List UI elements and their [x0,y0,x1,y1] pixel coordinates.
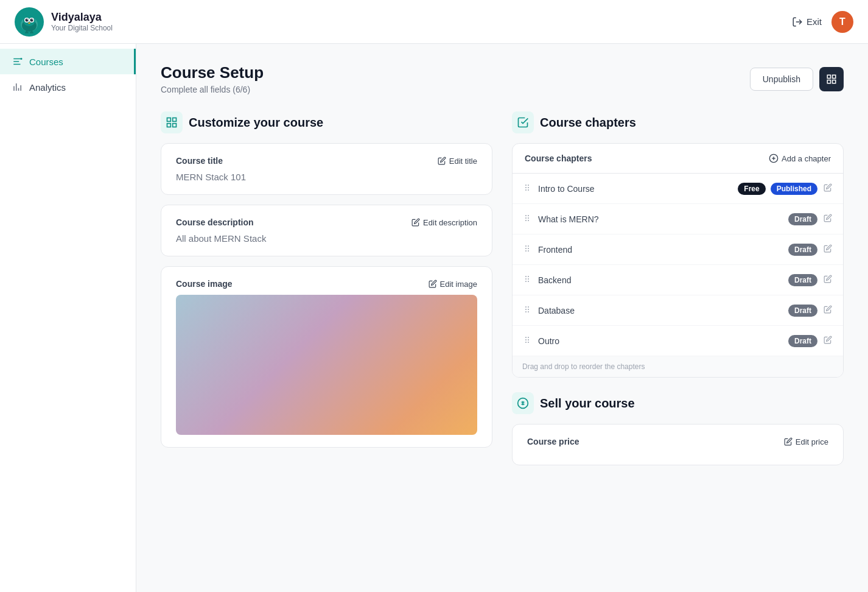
avatar[interactable]: T [831,11,853,33]
logo-area: Vidyalaya Your Digital School [15,7,113,37]
chapter-badge-status-2: Draft [788,244,817,256]
sidebar-item-courses[interactable]: Courses [0,49,136,74]
page-header-row: Course Setup Complete all fields (6/6) U… [161,63,844,94]
edit-chapter-icon-3 [824,275,832,283]
chapter-left-5: Outro [522,335,559,347]
options-button[interactable] [819,67,844,91]
edit-description-label: Edit description [423,218,477,227]
customize-icon [161,111,183,133]
svg-point-70 [528,337,529,338]
course-title-card-header: Course title Edit title [176,156,477,166]
chapter-row-1: What is MERN? Draft [513,204,843,234]
add-chapter-icon [769,153,779,163]
chapters-icon [512,111,534,133]
svg-point-43 [525,189,527,191]
drag-dots-icon-5 [522,335,532,345]
exit-button[interactable]: Exit [792,16,822,27]
course-image-card-header: Course image Edit image [176,279,477,289]
customize-header: Customize your course [161,111,492,133]
chapter-right-1: Draft [788,213,833,225]
chapter-row-3: Backend Draft [513,265,843,295]
add-chapter-label: Add a chapter [782,154,831,163]
edit-description-button[interactable]: Edit description [411,218,477,227]
customize-title: Customize your course [189,116,323,130]
edit-chapter-icon-2 [824,244,832,253]
edit-image-label: Edit image [440,280,477,289]
edit-price-button[interactable]: Edit price [784,437,828,446]
sell-icon-svg [517,397,529,409]
drag-handle-2[interactable] [522,244,532,255]
svg-point-55 [525,250,527,252]
add-chapter-button[interactable]: Add a chapter [769,153,831,163]
edit-chapter-button-5[interactable] [822,334,833,347]
svg-point-45 [525,215,527,216]
svg-point-46 [528,215,529,216]
svg-point-11 [32,19,33,20]
chapter-name-4: Database [538,306,575,315]
edit-image-button[interactable]: Edit image [429,280,477,289]
edit-chapter-icon-4 [824,305,832,314]
chapter-row-2: Frontend Draft [513,234,843,265]
drag-handle-0[interactable] [522,183,532,194]
course-description-value: All about MERN Stack [176,233,477,244]
drag-handle-5[interactable] [522,335,532,347]
svg-point-56 [528,250,529,252]
svg-point-68 [528,311,529,312]
edit-chapter-button-1[interactable] [822,213,833,225]
svg-point-71 [525,339,527,340]
chapter-name-3: Backend [538,275,571,285]
drag-dots-icon-1 [522,213,532,223]
svg-rect-32 [167,118,171,122]
course-image-preview [176,295,477,435]
drag-dots-icon-2 [522,244,532,253]
svg-rect-34 [167,124,171,127]
chapter-badge-status-0: Published [771,183,817,195]
two-col-layout: Customize your course Course title E [161,111,844,465]
chapter-left-3: Backend [522,274,571,286]
drag-handle-3[interactable] [522,274,532,286]
edit-title-button[interactable]: Edit title [438,157,477,166]
course-description-card-header: Course description Edit description [176,217,477,227]
svg-point-10 [27,19,28,20]
svg-rect-35 [173,124,177,127]
header-actions: Unpublish [750,67,844,91]
svg-point-39 [525,185,527,186]
chapter-right-4: Draft [788,304,833,317]
chapter-name-1: What is MERN? [538,214,599,224]
svg-point-44 [528,189,529,191]
edit-chapter-button-4[interactable] [822,304,833,317]
edit-chapter-button-0[interactable] [822,182,833,195]
exit-label: Exit [807,16,822,27]
svg-point-48 [528,217,529,219]
edit-chapter-button-3[interactable] [822,273,833,286]
chapter-name-0: Intro to Course [538,184,595,194]
edit-title-icon [438,157,446,165]
svg-point-59 [525,278,527,280]
drag-handle-1[interactable] [522,213,532,225]
drag-dots-icon-4 [522,305,532,314]
edit-chapter-icon-0 [824,183,832,192]
chapters-icon-svg [517,116,529,129]
chapters-header: Course chapters [512,111,844,133]
svg-point-42 [528,187,529,188]
edit-chapter-button-2[interactable] [822,243,833,256]
sell-card-header: Course price Edit price [527,437,828,446]
drag-handle-4[interactable] [522,305,532,316]
svg-point-50 [528,220,529,221]
sidebar: Courses Analytics [0,44,136,592]
course-title-value: MERN Stack 101 [176,172,477,182]
chapters-panel-header: Course chapters Add a chapter [513,144,843,174]
svg-point-73 [525,342,527,343]
unpublish-button[interactable]: Unpublish [750,68,813,91]
svg-point-58 [528,276,529,277]
svg-rect-30 [833,80,836,83]
customize-section: Customize your course Course title E [161,111,492,465]
svg-point-65 [525,309,527,310]
course-image-label: Course image [176,279,233,289]
drag-hint: Drag and drop to reorder the chapters [513,356,843,377]
svg-point-41 [525,187,527,188]
sidebar-item-analytics[interactable]: Analytics [0,74,136,100]
chapter-row-5: Outro Draft [513,326,843,356]
options-icon [826,74,837,85]
page-subtitle: Complete all fields (6/6) [161,85,264,94]
